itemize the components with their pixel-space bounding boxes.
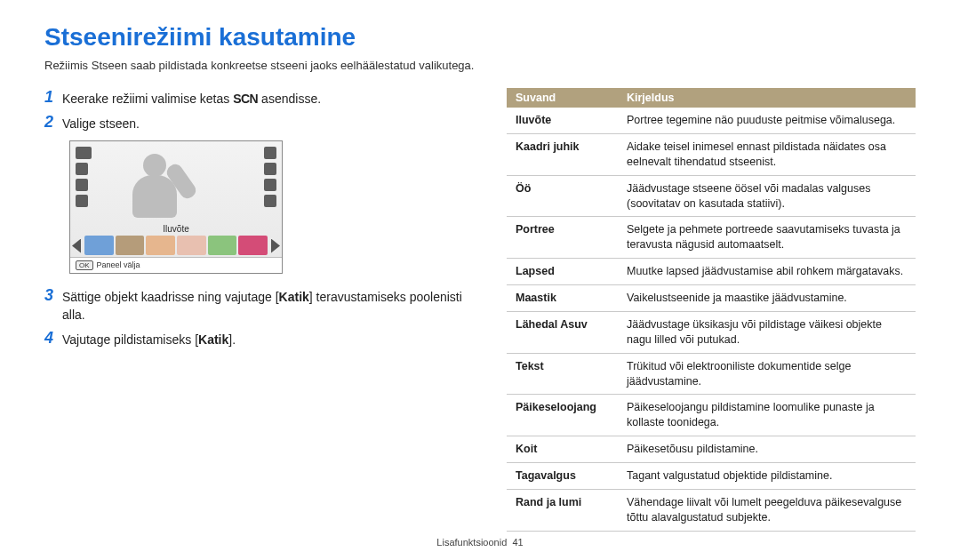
step-2: 2 Valige stseen. — [44, 113, 471, 132]
table-row: ÖöJäädvustage stseene öösel või madalas … — [507, 175, 916, 217]
table-row: IluvõtePortree tegemine näo puuduste pei… — [507, 108, 916, 133]
scene-mode-label: Iluvõte — [70, 224, 282, 234]
option-name: Lähedal Asuv — [507, 311, 618, 353]
face-icon — [76, 163, 88, 175]
step-number: 2 — [44, 113, 62, 132]
mode-icon — [76, 147, 92, 159]
right-hud-icons — [264, 147, 276, 207]
footer-page: 41 — [512, 537, 523, 548]
option-desc: Tagant valgustatud objektide pildistamin… — [618, 463, 916, 490]
th-option: Suvand — [507, 88, 618, 108]
option-name: Iluvõte — [507, 108, 618, 133]
thumb — [238, 236, 268, 255]
option-name: Öö — [507, 175, 618, 217]
person-silhouette-icon — [132, 154, 177, 218]
left-hud-icons — [76, 147, 92, 207]
camera-preview: Iluvõte OK P — [69, 140, 471, 274]
right-column: Suvand Kirjeldus IluvõtePortree tegemine… — [507, 88, 916, 532]
text: Vajutage pildistamiseks [ — [62, 332, 198, 347]
option-name: Tekst — [507, 353, 618, 395]
thumb — [177, 236, 206, 255]
step-text: Keerake režiimi valimise ketas SCN asend… — [62, 88, 321, 108]
intro-text: Režiimis Stseen saab pildistada konkreet… — [44, 59, 916, 72]
step-text: Vajutage pildistamiseks [Katik]. — [62, 329, 236, 348]
table-row: Kaadri juhikAidake teisel inimesel ennas… — [507, 133, 916, 175]
option-desc: Päikesetõusu pildistamine. — [618, 436, 916, 463]
option-desc: Vähendage liivalt või lumelt peegelduva … — [618, 489, 916, 531]
text: ]. — [228, 332, 236, 347]
scene-thumbs — [84, 236, 268, 255]
thumb — [84, 236, 114, 255]
option-name: Maastik — [507, 285, 618, 312]
step-3: 3 Sättige objekt kaadrisse ning vajutage… — [44, 286, 471, 324]
chevron-left-icon — [72, 239, 81, 253]
step-number: 3 — [44, 286, 62, 305]
table-row: TekstTrükitud või elektrooniliste dokume… — [507, 353, 916, 395]
step-4: 4 Vajutage pildistamiseks [Katik]. — [44, 329, 471, 348]
footer-section: Lisafunktsioonid — [436, 537, 507, 548]
macro-icon — [264, 195, 276, 207]
text: Sättige objekt kaadrisse ning vajutage [ — [62, 290, 279, 304]
option-desc: Jäädvustage üksikasju või pildistage väi… — [618, 311, 916, 353]
table-row: Rand ja lumiVähendage liivalt või lumelt… — [507, 489, 916, 531]
step-text: Sättige objekt kaadrisse ning vajutage [… — [62, 286, 471, 324]
step-text: Valige stseen. — [62, 113, 140, 132]
thumb — [208, 236, 237, 255]
af-icon — [76, 179, 88, 191]
table-row: PäikeseloojangPäikeseloojangu pildistami… — [507, 395, 916, 436]
table-row: TagavalgusTagant valgustatud objektide p… — [507, 463, 916, 490]
page-footer: Lisafunktsioonid 41 — [0, 537, 960, 548]
key-label: Katik — [279, 290, 309, 304]
option-desc: Vaikelustseenide ja maastike jäädvustami… — [618, 285, 916, 312]
th-description: Kirjeldus — [618, 88, 916, 108]
table-row: KoitPäikesetõusu pildistamine. — [507, 436, 916, 463]
option-name: Koit — [507, 436, 618, 463]
table-row: LapsedMuutke lapsed jäädvustamise abil r… — [507, 259, 916, 285]
text: Keerake režiimi valimise ketas — [62, 92, 233, 106]
ev-icon — [76, 195, 88, 207]
option-name: Lapsed — [507, 259, 618, 285]
options-table: Suvand Kirjeldus IluvõtePortree tegemine… — [507, 88, 916, 532]
option-desc: Päikeseloojangu pildistamine loomulike p… — [618, 395, 916, 436]
option-name: Tagavalgus — [507, 463, 618, 490]
option-name: Rand ja lumi — [507, 489, 618, 531]
option-desc: Trükitud või elektrooniliste dokumentide… — [618, 353, 916, 395]
option-desc: Portree tegemine näo puuduste peitmise v… — [618, 108, 916, 133]
flash-icon — [264, 179, 276, 191]
table-row: PortreeSelgete ja pehmete portreede saav… — [507, 217, 916, 259]
scn-label: SCN — [233, 92, 258, 106]
option-name: Portree — [507, 217, 618, 259]
battery-icon — [264, 147, 276, 159]
table-row: MaastikVaikelustseenide ja maastike jääd… — [507, 285, 916, 312]
thumb — [116, 236, 145, 255]
thumb — [146, 236, 175, 255]
option-desc: Jäädvustage stseene öösel või madalas va… — [618, 175, 916, 217]
option-name: Päikeseloojang — [507, 395, 618, 436]
step-number: 1 — [44, 88, 62, 107]
step-1: 1 Keerake režiimi valimise ketas SCN ase… — [44, 88, 471, 108]
option-desc: Selgete ja pehmete portreede saavutamise… — [618, 217, 916, 259]
resolution-icon — [264, 163, 276, 175]
key-label: Katik — [198, 332, 228, 347]
step-number: 4 — [44, 329, 62, 348]
option-name: Kaadri juhik — [507, 133, 618, 175]
panel-text: Paneel välja — [97, 260, 140, 269]
chevron-right-icon — [271, 239, 280, 253]
text: asendisse. — [258, 92, 321, 106]
option-desc: Aidake teisel inimesel ennast pildistada… — [618, 133, 916, 175]
option-desc: Muutke lapsed jäädvustamise abil rohkem … — [618, 259, 916, 285]
left-column: 1 Keerake režiimi valimise ketas SCN ase… — [44, 88, 471, 532]
page-title: Stseenirežiimi kasutamine — [44, 23, 916, 52]
camera-bottom-bar: OK Paneel välja — [70, 257, 282, 273]
ok-button-label: OK — [76, 260, 93, 270]
table-row: Lähedal AsuvJäädvustage üksikasju või pi… — [507, 311, 916, 353]
